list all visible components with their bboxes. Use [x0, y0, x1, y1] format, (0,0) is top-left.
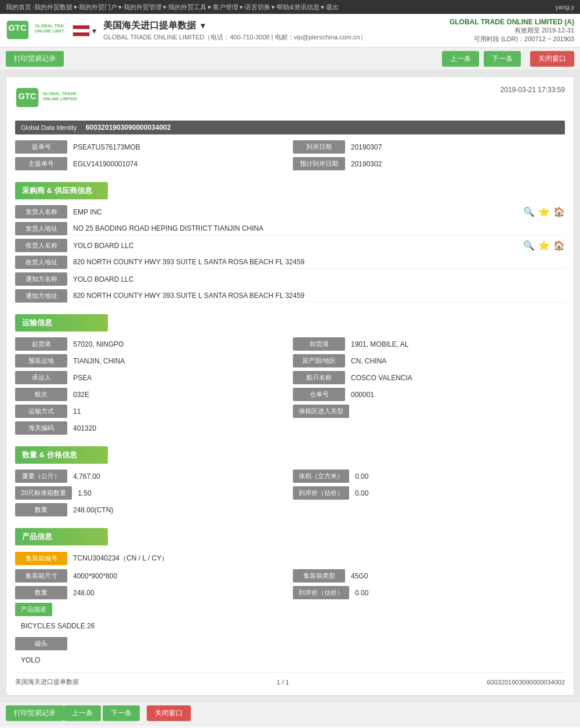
- containers-field: 20尺标准箱数量 1.50: [15, 486, 287, 500]
- country-flag: [72, 25, 90, 37]
- product-desc-row: 产品描述: [15, 603, 565, 616]
- company-name: GLOBAL TRADE ONLINE LIMITED (A): [449, 18, 574, 26]
- arrival-price-value: 0.00: [349, 487, 565, 500]
- global-id-bar: Global Data Identity 6003201903090000034…: [15, 121, 565, 134]
- product-arrival-price-label: 到岸价（估价）: [293, 586, 349, 599]
- sender-action-icons: 🔍 ⭐ 🏠: [523, 206, 565, 217]
- voyage-row: 航次 032E 仓单号 000001: [15, 388, 565, 401]
- containers-value: 1.50: [72, 487, 287, 500]
- warehouse-no-field: 仓单号 000001: [293, 388, 565, 401]
- containers-price-row: 20尺标准箱数量 1.50 到岸价（估价） 0.00: [15, 486, 565, 500]
- estimated-arrival-value: 20190302: [345, 158, 565, 170]
- vessel-name-field: 船只名称 COSCO VALENCIA: [293, 371, 565, 384]
- loading-place-value: TIANJIN, CHINA: [67, 355, 287, 367]
- footer-record-id: 6003201903090000034002: [487, 679, 565, 686]
- svg-text:GTC: GTC: [8, 23, 27, 32]
- master-bill-row: 主提单号 EGLV141900001074 预计到岸日期 20190302: [15, 157, 565, 170]
- bill-row: 提单号 PSEATUS76173MOB 到岸日期 20190307: [15, 140, 565, 154]
- receiver-address-row: 收货人地址 820 NORTH COUNTY HWY 393 SUITE L S…: [15, 256, 565, 269]
- prev-button[interactable]: 上一条: [442, 51, 479, 67]
- carrier-field: 承运人 PSEA: [15, 371, 287, 384]
- destination-port-label: 卸货港: [293, 337, 345, 351]
- sender-search-icon[interactable]: 🔍: [523, 206, 535, 217]
- receiver-address-value: 820 NORTH COUNTY HWY 393 SUITE L SANTA R…: [67, 256, 565, 269]
- nav-home[interactable]: 我的首页: [6, 3, 31, 12]
- container-type-value: 45G0: [345, 570, 565, 583]
- title-arrow[interactable]: ▾: [201, 21, 205, 30]
- bottom-close-button[interactable]: 关闭窗口: [147, 705, 191, 721]
- nav-export-data[interactable]: 我的外贸数据: [34, 3, 72, 12]
- bottom-prev-button[interactable]: 上一条: [64, 705, 101, 721]
- bottom-next-button[interactable]: 下一条: [103, 705, 140, 721]
- transport-mode-field: 运输方式 11: [15, 405, 287, 418]
- carrier-row: 承运人 PSEA 船只名称 COSCO VALENCIA: [15, 371, 565, 384]
- brand-row: 磁头: [15, 637, 565, 650]
- product-section-header: 产品信息: [15, 528, 108, 545]
- volume-field: 体积（立方米） 0.00: [293, 469, 565, 483]
- brand-label: 磁头: [15, 637, 67, 650]
- receiver-search-icon[interactable]: 🔍: [523, 240, 535, 251]
- product-quantity-value: 248.00: [67, 587, 287, 599]
- record-header: GTC GLOBAL TRADE ONLINE LIMITED 2019-03-…: [15, 86, 565, 114]
- page-title: 美国海关进口提单数据 ▾: [103, 20, 367, 32]
- page-subtitle: GLOBAL TRADE ONLINE LIMITED（电话：400-710-3…: [103, 33, 367, 42]
- nav-logout[interactable]: 退出: [326, 3, 339, 12]
- top-navigation: 我的首页 · 我的外贸数据▾ · 我的外贸门户▾ · 我的外贸管理▾ · 我的外…: [0, 0, 580, 14]
- company-info-block: GLOBAL TRADE ONLINE LIMITED (A) 有效期至 201…: [449, 18, 574, 43]
- loading-place-label: 预装运地: [15, 354, 67, 367]
- receiver-star-icon[interactable]: ⭐: [538, 240, 550, 251]
- product-desc-label: 产品描述: [15, 603, 52, 616]
- sender-address-label: 发货人地址: [15, 222, 67, 235]
- nav-language[interactable]: 语言切换: [245, 3, 270, 12]
- loading-row: 预装运地 TIANJIN, CHINA 原产国/地区 CN, CHINA: [15, 354, 565, 367]
- next-button[interactable]: 下一条: [484, 51, 521, 67]
- print-button[interactable]: 打印贸易记录: [6, 51, 64, 67]
- svg-text:ONLINE LIMITED: ONLINE LIMITED: [35, 28, 64, 34]
- bill-no-label: 提单号: [15, 140, 67, 154]
- container-type-field: 集装箱类型 45G0: [293, 569, 565, 583]
- transport-mode-value: 11: [67, 405, 287, 418]
- destination-port-value: 1901, MOBILE, AL: [345, 338, 565, 351]
- container-no-row: 集装箱编号 TCNU3040234（CN / L / CY）: [15, 551, 565, 566]
- sender-address-row: 发货人地址 NO 25 BAODING ROAD HEPING DISTRICT…: [15, 222, 565, 235]
- flag-selector[interactable]: ▾: [72, 25, 96, 37]
- container-no-label: 集装箱编号: [15, 552, 67, 565]
- port-row: 起货港 57020, NINGPO 卸货港 1901, MOBILE, AL: [15, 337, 565, 351]
- svg-text:GTC: GTC: [19, 92, 37, 101]
- page-title-area: 美国海关进口提单数据 ▾ GLOBAL TRADE ONLINE LIMITED…: [103, 20, 367, 42]
- volume-value: 0.00: [349, 470, 565, 483]
- footer-pagination: 1 / 1: [277, 679, 289, 686]
- buyer-section-header: 采购商 & 供应商信息: [15, 182, 108, 199]
- weight-volume-row: 重量（公斤） 4,767.00 体积（立方米） 0.00: [15, 469, 565, 483]
- receiver-home-icon[interactable]: 🏠: [553, 240, 565, 251]
- arrival-date-value: 20190307: [345, 141, 565, 154]
- nav-portal[interactable]: 我的外贸门户: [79, 3, 117, 12]
- weight-value: 4,767.00: [67, 470, 287, 483]
- warehouse-no-label: 仓单号: [293, 388, 345, 401]
- nav-help[interactable]: 帮助&资讯信息: [277, 3, 319, 12]
- close-button[interactable]: 关闭窗口: [530, 51, 574, 67]
- container-no-value: TCNU3040234（CN / L / CY）: [67, 551, 565, 566]
- product-arrival-price-field: 到岸价（估价） 0.00: [293, 586, 565, 599]
- product-desc-value: BICYCLES SADDLE 26: [15, 620, 565, 632]
- flag-dropdown-arrow[interactable]: ▾: [92, 26, 96, 35]
- sender-home-icon[interactable]: 🏠: [553, 206, 565, 217]
- containers-label: 20尺标准箱数量: [15, 486, 72, 500]
- customs-code-value: 401320: [67, 422, 565, 435]
- nav-tools[interactable]: 我的外贸工具: [168, 3, 206, 12]
- container-size-label: 集装箱尺寸: [15, 569, 67, 583]
- product-quantity-label: 数量: [15, 586, 67, 599]
- nav-manage[interactable]: 我的外贸管理: [124, 3, 162, 12]
- destination-port-field: 卸货港 1901, MOBILE, AL: [293, 337, 565, 351]
- sender-star-icon[interactable]: ⭐: [538, 206, 550, 217]
- bottom-print-button[interactable]: 打印贸易记录: [6, 705, 64, 721]
- weight-field: 重量（公斤） 4,767.00: [15, 469, 287, 483]
- page-footer: 苏ICP备14033305号 Company Website | Global …: [0, 725, 580, 728]
- nav-customers[interactable]: 客户管理: [213, 3, 238, 12]
- warehouse-no-value: 000001: [345, 388, 565, 401]
- master-bill-field: 主提单号 EGLV141900001074: [15, 157, 287, 170]
- arrival-date-label: 到岸日期: [293, 140, 345, 154]
- container-size-type-row: 集装箱尺寸 4000*900*800 集装箱类型 45G0: [15, 569, 565, 583]
- receiver-name-row: 收货人名称 YOLO BOARD LLC 🔍 ⭐ 🏠: [15, 239, 565, 252]
- estimated-arrival-label: 预计到岸日期: [293, 157, 345, 170]
